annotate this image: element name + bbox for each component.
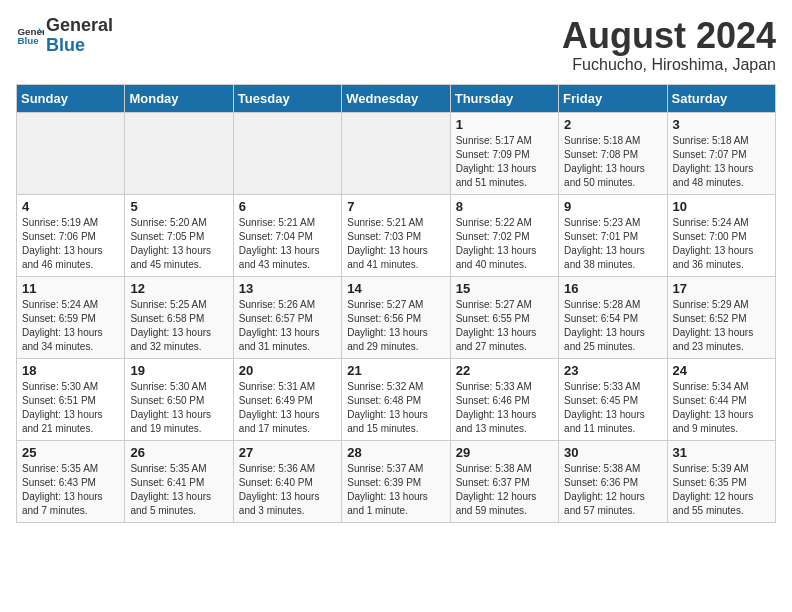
day-info: Sunrise: 5:30 AM Sunset: 6:50 PM Dayligh… (130, 380, 227, 436)
col-wednesday: Wednesday (342, 84, 450, 112)
day-info: Sunrise: 5:35 AM Sunset: 6:41 PM Dayligh… (130, 462, 227, 518)
table-row: 16Sunrise: 5:28 AM Sunset: 6:54 PM Dayli… (559, 276, 667, 358)
day-info: Sunrise: 5:21 AM Sunset: 7:03 PM Dayligh… (347, 216, 444, 272)
day-number: 20 (239, 363, 336, 378)
table-row (233, 112, 341, 194)
day-info: Sunrise: 5:18 AM Sunset: 7:07 PM Dayligh… (673, 134, 770, 190)
day-info: Sunrise: 5:22 AM Sunset: 7:02 PM Dayligh… (456, 216, 553, 272)
table-row (342, 112, 450, 194)
table-row: 7Sunrise: 5:21 AM Sunset: 7:03 PM Daylig… (342, 194, 450, 276)
day-info: Sunrise: 5:17 AM Sunset: 7:09 PM Dayligh… (456, 134, 553, 190)
day-info: Sunrise: 5:32 AM Sunset: 6:48 PM Dayligh… (347, 380, 444, 436)
day-info: Sunrise: 5:38 AM Sunset: 6:37 PM Dayligh… (456, 462, 553, 518)
table-row: 26Sunrise: 5:35 AM Sunset: 6:41 PM Dayli… (125, 440, 233, 522)
day-number: 1 (456, 117, 553, 132)
day-info: Sunrise: 5:21 AM Sunset: 7:04 PM Dayligh… (239, 216, 336, 272)
table-row: 19Sunrise: 5:30 AM Sunset: 6:50 PM Dayli… (125, 358, 233, 440)
day-number: 2 (564, 117, 661, 132)
day-info: Sunrise: 5:33 AM Sunset: 6:46 PM Dayligh… (456, 380, 553, 436)
title-area: August 2024 Fuchucho, Hiroshima, Japan (562, 16, 776, 74)
table-row: 18Sunrise: 5:30 AM Sunset: 6:51 PM Dayli… (17, 358, 125, 440)
day-info: Sunrise: 5:25 AM Sunset: 6:58 PM Dayligh… (130, 298, 227, 354)
table-row: 14Sunrise: 5:27 AM Sunset: 6:56 PM Dayli… (342, 276, 450, 358)
day-number: 4 (22, 199, 119, 214)
col-tuesday: Tuesday (233, 84, 341, 112)
day-info: Sunrise: 5:36 AM Sunset: 6:40 PM Dayligh… (239, 462, 336, 518)
calendar-week-row: 25Sunrise: 5:35 AM Sunset: 6:43 PM Dayli… (17, 440, 776, 522)
day-info: Sunrise: 5:34 AM Sunset: 6:44 PM Dayligh… (673, 380, 770, 436)
logo: General Blue General Blue (16, 16, 113, 56)
col-friday: Friday (559, 84, 667, 112)
table-row: 24Sunrise: 5:34 AM Sunset: 6:44 PM Dayli… (667, 358, 775, 440)
day-info: Sunrise: 5:20 AM Sunset: 7:05 PM Dayligh… (130, 216, 227, 272)
day-info: Sunrise: 5:24 AM Sunset: 6:59 PM Dayligh… (22, 298, 119, 354)
table-row: 10Sunrise: 5:24 AM Sunset: 7:00 PM Dayli… (667, 194, 775, 276)
day-number: 6 (239, 199, 336, 214)
day-number: 24 (673, 363, 770, 378)
logo-blue: Blue (46, 35, 85, 55)
day-info: Sunrise: 5:19 AM Sunset: 7:06 PM Dayligh… (22, 216, 119, 272)
table-row: 5Sunrise: 5:20 AM Sunset: 7:05 PM Daylig… (125, 194, 233, 276)
day-number: 23 (564, 363, 661, 378)
calendar-week-row: 11Sunrise: 5:24 AM Sunset: 6:59 PM Dayli… (17, 276, 776, 358)
table-row: 15Sunrise: 5:27 AM Sunset: 6:55 PM Dayli… (450, 276, 558, 358)
day-info: Sunrise: 5:35 AM Sunset: 6:43 PM Dayligh… (22, 462, 119, 518)
table-row: 1Sunrise: 5:17 AM Sunset: 7:09 PM Daylig… (450, 112, 558, 194)
subtitle: Fuchucho, Hiroshima, Japan (562, 56, 776, 74)
table-row: 21Sunrise: 5:32 AM Sunset: 6:48 PM Dayli… (342, 358, 450, 440)
day-number: 17 (673, 281, 770, 296)
table-row: 4Sunrise: 5:19 AM Sunset: 7:06 PM Daylig… (17, 194, 125, 276)
day-number: 31 (673, 445, 770, 460)
day-number: 11 (22, 281, 119, 296)
day-number: 22 (456, 363, 553, 378)
day-number: 25 (22, 445, 119, 460)
day-info: Sunrise: 5:28 AM Sunset: 6:54 PM Dayligh… (564, 298, 661, 354)
day-info: Sunrise: 5:26 AM Sunset: 6:57 PM Dayligh… (239, 298, 336, 354)
day-info: Sunrise: 5:24 AM Sunset: 7:00 PM Dayligh… (673, 216, 770, 272)
day-number: 7 (347, 199, 444, 214)
table-row: 9Sunrise: 5:23 AM Sunset: 7:01 PM Daylig… (559, 194, 667, 276)
day-info: Sunrise: 5:38 AM Sunset: 6:36 PM Dayligh… (564, 462, 661, 518)
logo-text: General Blue (46, 16, 113, 56)
calendar-table: Sunday Monday Tuesday Wednesday Thursday… (16, 84, 776, 523)
table-row: 30Sunrise: 5:38 AM Sunset: 6:36 PM Dayli… (559, 440, 667, 522)
day-info: Sunrise: 5:31 AM Sunset: 6:49 PM Dayligh… (239, 380, 336, 436)
day-number: 12 (130, 281, 227, 296)
day-info: Sunrise: 5:27 AM Sunset: 6:56 PM Dayligh… (347, 298, 444, 354)
table-row (125, 112, 233, 194)
table-row: 23Sunrise: 5:33 AM Sunset: 6:45 PM Dayli… (559, 358, 667, 440)
day-number: 18 (22, 363, 119, 378)
day-info: Sunrise: 5:33 AM Sunset: 6:45 PM Dayligh… (564, 380, 661, 436)
day-number: 27 (239, 445, 336, 460)
day-number: 15 (456, 281, 553, 296)
table-row: 2Sunrise: 5:18 AM Sunset: 7:08 PM Daylig… (559, 112, 667, 194)
day-number: 5 (130, 199, 227, 214)
logo-general: General (46, 15, 113, 35)
table-row: 31Sunrise: 5:39 AM Sunset: 6:35 PM Dayli… (667, 440, 775, 522)
day-info: Sunrise: 5:23 AM Sunset: 7:01 PM Dayligh… (564, 216, 661, 272)
col-monday: Monday (125, 84, 233, 112)
calendar-week-row: 18Sunrise: 5:30 AM Sunset: 6:51 PM Dayli… (17, 358, 776, 440)
table-row: 8Sunrise: 5:22 AM Sunset: 7:02 PM Daylig… (450, 194, 558, 276)
main-title: August 2024 (562, 16, 776, 56)
table-row: 6Sunrise: 5:21 AM Sunset: 7:04 PM Daylig… (233, 194, 341, 276)
day-info: Sunrise: 5:29 AM Sunset: 6:52 PM Dayligh… (673, 298, 770, 354)
col-sunday: Sunday (17, 84, 125, 112)
table-row: 29Sunrise: 5:38 AM Sunset: 6:37 PM Dayli… (450, 440, 558, 522)
day-info: Sunrise: 5:18 AM Sunset: 7:08 PM Dayligh… (564, 134, 661, 190)
calendar-week-row: 1Sunrise: 5:17 AM Sunset: 7:09 PM Daylig… (17, 112, 776, 194)
header: General Blue General Blue August 2024 Fu… (16, 16, 776, 74)
calendar-week-row: 4Sunrise: 5:19 AM Sunset: 7:06 PM Daylig… (17, 194, 776, 276)
table-row: 13Sunrise: 5:26 AM Sunset: 6:57 PM Dayli… (233, 276, 341, 358)
day-info: Sunrise: 5:27 AM Sunset: 6:55 PM Dayligh… (456, 298, 553, 354)
day-info: Sunrise: 5:37 AM Sunset: 6:39 PM Dayligh… (347, 462, 444, 518)
calendar-header-row: Sunday Monday Tuesday Wednesday Thursday… (17, 84, 776, 112)
table-row: 28Sunrise: 5:37 AM Sunset: 6:39 PM Dayli… (342, 440, 450, 522)
day-number: 26 (130, 445, 227, 460)
table-row: 27Sunrise: 5:36 AM Sunset: 6:40 PM Dayli… (233, 440, 341, 522)
table-row: 25Sunrise: 5:35 AM Sunset: 6:43 PM Dayli… (17, 440, 125, 522)
table-row: 20Sunrise: 5:31 AM Sunset: 6:49 PM Dayli… (233, 358, 341, 440)
table-row: 17Sunrise: 5:29 AM Sunset: 6:52 PM Dayli… (667, 276, 775, 358)
day-number: 19 (130, 363, 227, 378)
table-row: 12Sunrise: 5:25 AM Sunset: 6:58 PM Dayli… (125, 276, 233, 358)
